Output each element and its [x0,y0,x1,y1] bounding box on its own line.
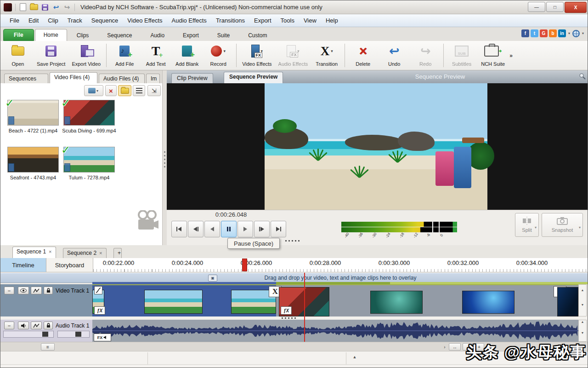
media-file-item[interactable]: ✓Tulum - 7278.mp4 [62,147,116,181]
new-document-icon[interactable] [19,3,27,12]
remove-icon[interactable]: × [105,85,117,96]
tab-custom[interactable]: Custom [239,29,276,41]
add-file-button[interactable]: ♪+Add File [109,42,140,69]
tab-export[interactable]: Export [174,29,208,41]
clip-fx-badge[interactable]: ƒX [94,306,105,315]
fade-curve-icon[interactable] [31,322,42,329]
close-tab-icon[interactable]: × [99,250,102,256]
sequence-tab-sequence-2[interactable]: Sequence 2× [63,248,107,258]
blog-icon[interactable]: b [549,29,557,37]
snapshot-button[interactable]: Snapshot▾ [542,213,583,237]
file-thumbnail[interactable]: ✓ [63,100,115,126]
menu-item-audio-effects[interactable]: Audio Effects [167,15,211,26]
view-button-timeline[interactable]: Timeline [0,258,46,272]
collapse-track-icon[interactable]: − [4,287,14,294]
tab-audio[interactable]: Audio [141,29,173,41]
media-tab-audio-files-[interactable]: Audio Files (4) [99,74,145,83]
delete-button[interactable]: ×Delete [347,42,379,69]
open-folder-icon[interactable] [118,85,131,96]
list-view-icon[interactable] [133,85,145,96]
clip-fx-badge[interactable]: ƒX [281,306,292,315]
menu-item-tools[interactable]: Tools [276,15,299,26]
audio-track-content[interactable]: FX [92,320,578,342]
menu-item-view[interactable]: View [299,15,321,26]
tab-sequence[interactable]: Sequence [98,29,141,41]
close-button[interactable]: X [565,2,587,13]
chevron-down-icon[interactable]: ▾ [582,31,584,35]
add-text-button[interactable]: T+Add Text [140,42,171,69]
audio-fx-badge[interactable]: FX [94,334,111,341]
tab-file[interactable]: File [3,29,34,41]
menu-item-help[interactable]: Help [321,15,343,26]
menu-item-clip[interactable]: Clip [43,15,62,26]
transition-button[interactable]: X▾Transition [311,42,342,69]
media-tab-sequences[interactable]: Sequences [4,74,48,83]
rewind-button[interactable] [204,221,220,237]
save-project-button[interactable]: Save Project [34,42,68,69]
media-file-item[interactable]: ✓Scuba Diving - 699.mp4 [62,100,116,134]
prev-frame-button[interactable] [188,221,204,237]
export-video-button[interactable]: ▾Export Video [68,42,104,69]
redo-icon[interactable]: ↪ [63,3,71,12]
menu-item-sequence[interactable]: Sequence [87,15,123,26]
close-tab-icon[interactable]: × [49,249,51,254]
menu-item-track[interactable]: Track [63,15,87,26]
go-start-button[interactable] [171,221,187,237]
video-effects-button[interactable]: FX▾Video Effects [239,42,275,69]
save-icon[interactable] [41,3,49,12]
file-thumbnail[interactable]: ✓ [7,100,59,126]
lock-icon[interactable] [44,322,53,329]
chevron-down-icon[interactable]: ▾ [568,31,570,35]
media-file-item[interactable]: ✓Beach - 4722 (1).mp4 [6,100,60,134]
speaker-icon[interactable] [18,322,29,329]
sequence-tab-sequence-1[interactable]: Sequence 1× [12,247,56,258]
pin-icon[interactable] [579,73,586,80]
add-media-icon[interactable]: ▾ [84,85,103,96]
pause-button[interactable] [221,221,237,237]
pan-slider[interactable] [57,331,90,338]
overflow-chevron-icon[interactable]: » [509,52,513,59]
play-button[interactable] [237,221,253,237]
video-track-content[interactable]: ƒX X ƒX X [92,284,578,316]
overlay-track[interactable]: ▣ Drag and drop your video, text and ima… [0,273,588,283]
float-panel-icon[interactable]: ⇲ [147,85,161,96]
tab-suite[interactable]: Suite [209,29,238,41]
preview-tab-clip-preview[interactable]: Clip Preview [171,73,213,83]
menu-item-edit[interactable]: Edit [24,15,43,26]
split-button[interactable]: Split▾ [515,213,539,237]
zoom-fit-button[interactable]: ↔ [449,343,461,351]
open-button[interactable]: Open [2,42,34,69]
facebook-icon[interactable]: f [521,29,529,37]
scroll-right-icon[interactable]: › [441,343,448,351]
tab-home[interactable]: Home [35,29,67,41]
volume-slider[interactable] [3,331,54,338]
file-thumbnail[interactable] [7,147,59,172]
storage-area-button[interactable]: ≡ [41,343,55,351]
view-button-storyboard[interactable]: Storyboard [46,258,93,272]
next-frame-button[interactable] [254,221,270,237]
go-end-button[interactable] [271,221,286,237]
record-button[interactable]: ▾Record [203,42,234,69]
media-tab-video-files-[interactable]: Video Files (4) [50,72,97,83]
eye-icon[interactable] [18,287,29,294]
twitter-icon[interactable]: t [531,29,538,37]
undo-icon[interactable]: ↩ [52,3,60,12]
splitter-handle[interactable] [282,317,297,319]
menu-item-file[interactable]: File [5,15,24,26]
undo-button[interactable]: ↩Undo [379,42,410,69]
menu-item-export[interactable]: Export [249,15,276,26]
add-blank-button[interactable]: +Add Blank [171,42,203,69]
nch-suite-button[interactable]: ➞NCH Suite [477,42,509,69]
playhead-marker[interactable] [242,259,247,271]
minimize-button[interactable]: — [528,2,545,12]
collapse-panel-icon[interactable]: ▲ [350,353,360,361]
tab-clips[interactable]: Clips [68,29,98,41]
preview-tab-sequence-preview[interactable]: Sequence Preview [224,72,283,83]
help-globe-icon[interactable] [572,30,580,37]
time-ruler[interactable]: 0:00:22.0000:00:24.0000:00:26.0000:00:28… [93,258,588,272]
linkedin-icon[interactable]: in [558,29,566,37]
audio-track-scrollbar[interactable]: ▲▼ [578,320,587,342]
lock-icon[interactable] [44,287,53,294]
video-track-scrollbar[interactable]: ▲▼ [578,284,587,316]
media-tab-im[interactable]: Im [146,74,160,83]
